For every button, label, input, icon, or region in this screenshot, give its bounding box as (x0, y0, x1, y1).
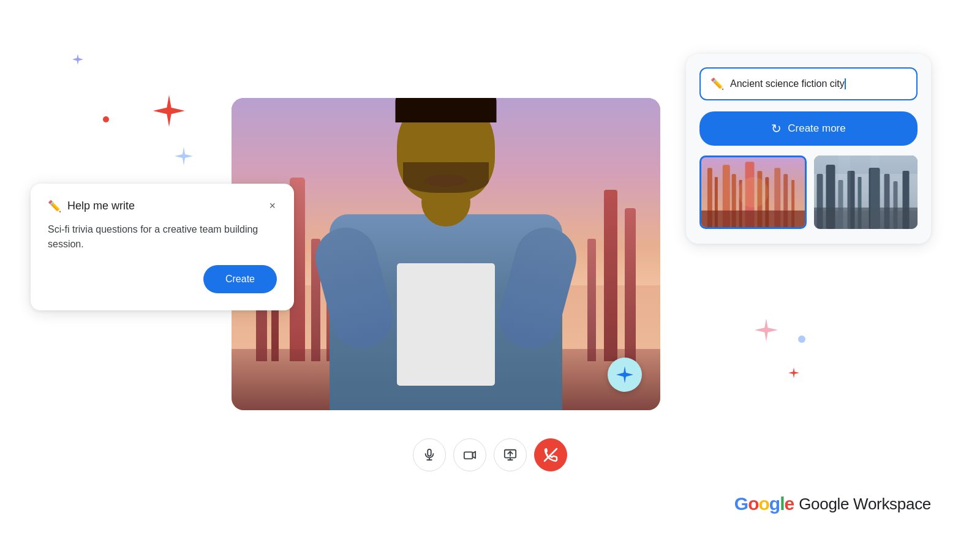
close-button[interactable]: × (268, 198, 277, 214)
svg-rect-12 (701, 211, 805, 227)
google-workspace-logo: Google Google Workspace (734, 493, 931, 514)
card-title: Help me write (67, 200, 135, 212)
text-cursor (845, 78, 846, 89)
svg-rect-28 (428, 449, 431, 456)
card-header: ✏️ Help me write × (48, 198, 277, 214)
card-title-row: ✏️ Help me write (48, 200, 135, 213)
wand-icon: ✏️ (710, 77, 724, 91)
end-call-button[interactable] (534, 438, 567, 471)
generated-image-1[interactable] (699, 156, 807, 229)
camera-button[interactable] (453, 438, 486, 471)
mic-button[interactable] (413, 438, 446, 471)
ai-sparkle-icon (616, 366, 633, 383)
card-body-text: Sci-fi trivia questions for a creative t… (48, 222, 277, 252)
generated-image-2[interactable] (814, 156, 918, 229)
sparkle-blue-dot-right (798, 335, 805, 343)
svg-rect-31 (464, 452, 473, 459)
sparkle-red-large (153, 95, 185, 127)
call-controls (413, 438, 567, 471)
video-background (232, 98, 660, 410)
video-call-container (232, 98, 660, 410)
refresh-icon: ↻ (771, 121, 782, 136)
prompt-text: Ancient science fiction city (730, 78, 907, 90)
generated-images-grid (699, 156, 918, 229)
sparkle-red-small-right (788, 367, 799, 378)
workspace-text: Google Workspace (799, 495, 931, 514)
ai-sparkle-button[interactable] (608, 358, 642, 392)
present-button[interactable] (494, 438, 527, 471)
google-logo-text: Google (734, 493, 794, 514)
svg-rect-25 (814, 208, 918, 229)
svg-marker-32 (473, 452, 476, 459)
pencil-icon: ✏️ (48, 200, 61, 213)
help-me-write-card: ✏️ Help me write × Sci-fi trivia questio… (31, 184, 294, 310)
svg-point-13 (738, 177, 769, 208)
create-button[interactable]: Create (203, 265, 277, 293)
sparkle-dot-red (103, 116, 109, 122)
sparkle-pink-right (755, 318, 778, 342)
sparkle-blue-medium (175, 147, 193, 165)
create-more-button[interactable]: ↻ Create more (699, 111, 918, 146)
prompt-input-wrapper[interactable]: ✏️ Ancient science fiction city (699, 67, 918, 100)
image-gen-card: ✏️ Ancient science fiction city ↻ Create… (686, 54, 931, 244)
sparkle-blue-top-left (72, 54, 83, 65)
